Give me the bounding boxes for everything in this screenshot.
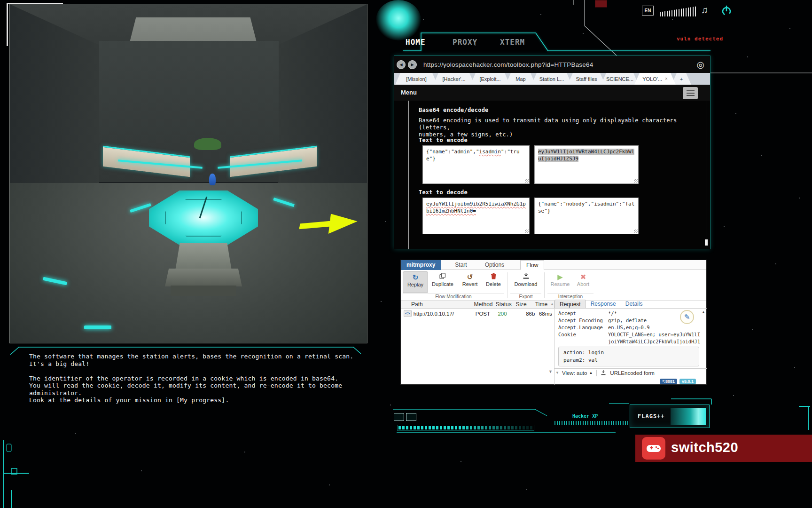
in-game-browser: ◀ ▶ https://yolospacehacker.com/toolbox.… (394, 56, 710, 249)
duplicate-button[interactable]: Duplicate (428, 271, 457, 293)
game-screen: The software that manages the station al… (0, 0, 812, 508)
browser-tab-exploit[interactable]: [Exploit... (470, 73, 510, 85)
browser-tab-yolo[interactable]: YOLO'...× (634, 73, 676, 85)
delete-button[interactable]: Delete (483, 271, 504, 293)
col-status[interactable]: Status (496, 301, 516, 308)
edit-pencil-icon[interactable]: ✎ (680, 310, 694, 324)
col-time[interactable]: Time (530, 301, 547, 308)
hamburger-menu-icon[interactable] (683, 87, 698, 99)
close-tab-icon[interactable]: × (665, 76, 668, 81)
decode-input-textarea[interactable]: eyJuYW1lIjoibm9ib2R5IiwiaXNhZG1pbiI6ImZh… (422, 198, 530, 234)
detail-tab-request[interactable]: Request (554, 300, 586, 308)
revert-icon: ↺ (457, 272, 483, 281)
encode-input-textarea[interactable]: {"name":"admin","isadmin":"true"} (422, 145, 530, 184)
browser-tab-staff[interactable]: Staff files (568, 73, 605, 85)
browser-tab-science[interactable]: SCIENCE... (601, 73, 639, 85)
menu-label[interactable]: Menu (401, 89, 417, 96)
player-character[interactable] (209, 174, 216, 185)
revert-button[interactable]: ↺Revert (457, 271, 483, 293)
group-label-interception: Interception (547, 293, 593, 300)
detail-tab-bar: Request Response Details (554, 300, 707, 309)
col-size[interactable]: Size (515, 301, 530, 308)
floor-strip-2 (84, 325, 111, 329)
xp-fill (398, 426, 533, 429)
pedestal-top (175, 243, 232, 270)
flow-method: POST (476, 311, 498, 317)
pedestal-foot (171, 286, 236, 296)
game-3d-viewport[interactable] (9, 4, 367, 343)
decode-output-textarea[interactable]: {"name":"nobody","isadmin":"false"} (534, 198, 639, 234)
browser-tab-station[interactable]: Station L... (531, 73, 572, 85)
col-path[interactable]: Path (401, 301, 474, 308)
detail-tab-response[interactable]: Response (586, 300, 621, 308)
view-type-label: URLEncoded form (610, 370, 655, 376)
flow-time: 68ms (535, 311, 554, 317)
forward-icon[interactable]: ▶ (408, 60, 417, 69)
browser-tab-map[interactable]: Map (506, 73, 536, 85)
dropdown-caret-icon: ▲ (589, 371, 593, 375)
flow-table-header: Path Method Status Size Time ▲ (401, 301, 554, 309)
mitmproxy-badges: *:8081 v5.0.1 (660, 379, 696, 384)
replay-icon: ↻ (403, 273, 428, 282)
download-button[interactable]: Download (510, 271, 541, 293)
url-bar[interactable]: ◀ ▶ https://yolospacehacker.com/toolbox.… (394, 56, 710, 73)
music-icon[interactable]: ♫ (701, 5, 708, 16)
browser-tab-strip: [Mission] [Hacker'... [Exploit... Map St… (394, 73, 710, 85)
mitmproxy-toolbar: ↻Replay Duplicate ↺Revert Delete Flow Mo… (401, 270, 706, 301)
urlencoded-form-box[interactable]: action: login param2: val (558, 347, 699, 366)
abort-button[interactable]: ✖Abort (573, 271, 593, 293)
mitmproxy-tab-bar: mitmproxy Start Options Flow (401, 260, 706, 270)
view-bar-divider (596, 370, 597, 376)
back-icon[interactable]: ◀ (397, 60, 406, 69)
browser-tab-hackers[interactable]: [Hacker'... (433, 73, 475, 85)
encode-output-textarea[interactable]: eyJuYW1lIjoiYWRtaW4iLCJpc2FkbWluIjoidHJ1… (534, 145, 639, 184)
sort-caret-icon[interactable]: ▲ (547, 301, 554, 308)
reload-icon[interactable]: ◎ (696, 59, 704, 70)
hacker-xp-label: Hacker XP (572, 413, 598, 419)
flow-list-scroll-icon[interactable]: ▼ (548, 369, 553, 374)
toolbar-separator (507, 272, 508, 298)
browser-tab-mission[interactable]: [Mission] (395, 73, 437, 85)
resume-button[interactable]: ▶Resume (547, 271, 573, 293)
mitm-tab-options[interactable]: Options (479, 260, 510, 270)
language-toggle[interactable]: EN (642, 6, 654, 16)
view-mode-bar: ▼ View: auto ▲ URLEncoded form (554, 368, 707, 377)
download-icon (510, 272, 541, 281)
flags-label: FLAGS++ (638, 413, 665, 420)
tab-proxy[interactable]: PROXY (453, 38, 477, 47)
viewport-corner-bracket (7, 3, 8, 46)
detail-scroll-up-icon[interactable]: ▲ (702, 310, 705, 314)
mitm-tab-start[interactable]: Start (449, 260, 472, 270)
flags-button[interactable]: FLAGS++ (630, 405, 710, 428)
vuln-detected-alert: vuln detected (677, 36, 723, 42)
header-row[interactable]: Accept-Languageen-US,en;q=0.9 (554, 324, 707, 331)
spellcheck-marked-word: isadmin (479, 149, 501, 155)
watermark-banner: switch520 (635, 435, 812, 462)
mitm-tab-flow[interactable]: Flow (520, 260, 544, 270)
volume-bars-icon[interactable] (660, 6, 696, 16)
watermark-text: switch520 (671, 440, 738, 455)
flow-table-row[interactable]: <> http://10.0.10.17/ POST 200 86b 68ms (401, 309, 554, 318)
hud-mini-box (406, 413, 416, 421)
page-menu-bar: Menu (394, 85, 710, 101)
gamepad-logo-icon (642, 437, 665, 460)
nav-tab-outline (394, 28, 718, 56)
hud-mini-box (394, 413, 404, 421)
view-mode-dropdown[interactable]: View: auto (562, 370, 587, 376)
flow-detail-panel: Request Response Details Accept*/* Accep… (554, 300, 707, 385)
scrollbar-thumb[interactable] (705, 239, 708, 246)
replay-button[interactable]: ↻Replay (403, 271, 428, 293)
duplicate-icon (428, 272, 457, 281)
url-text[interactable]: https://yolospacehacker.com/toolbox.php?… (423, 61, 593, 68)
download-small-icon[interactable] (601, 370, 606, 376)
view-list-scroll-icon[interactable]: ▼ (555, 371, 559, 375)
trash-icon (483, 272, 504, 281)
flow-size: 86b (518, 311, 535, 317)
power-icon[interactable] (721, 5, 732, 16)
corner-decoration-bottom-right (794, 403, 812, 436)
tab-xterm[interactable]: XTERM (500, 38, 525, 47)
detail-tab-details[interactable]: Details (621, 300, 648, 308)
page-title: Base64 encode/decode (419, 107, 489, 113)
tab-home[interactable]: HOME (406, 38, 426, 47)
col-method[interactable]: Method (474, 301, 495, 308)
